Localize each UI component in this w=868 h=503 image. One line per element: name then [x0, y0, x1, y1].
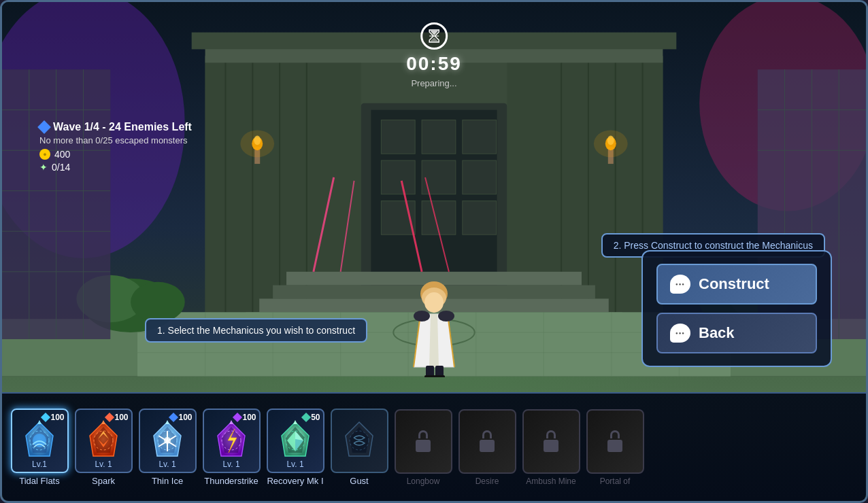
cost-diamond-tidal	[41, 413, 50, 422]
cost-value-spark: 100	[114, 413, 128, 422]
svg-point-55	[594, 130, 628, 157]
svg-point-80	[424, 292, 444, 313]
mechanic-label-spark: Spark	[92, 476, 115, 486]
lock-icon-ambush-mine	[544, 430, 558, 452]
mechanic-slot-thunderstrike[interactable]: 100 Lv. 1	[201, 409, 262, 486]
slot-level-tidal: Lv.1	[32, 459, 47, 469]
svg-rect-9	[381, 160, 415, 194]
slot-frame-spark: 100 Lv. 1	[75, 409, 133, 473]
svg-rect-7	[422, 120, 456, 154]
mechanic-slot-portal-of[interactable]: Portal of	[584, 409, 646, 486]
slot-frame-thunderstrike: 100 Lv. 1	[203, 409, 261, 473]
thunderstrike-icon	[211, 419, 252, 463]
wave-diamond-icon	[37, 120, 51, 134]
mechanic-slot-desire[interactable]: Desire	[456, 409, 518, 486]
step1-tooltip: 1. Select the Mechanicus you wish to con…	[145, 318, 367, 343]
life-icon: ✦	[39, 162, 48, 173]
mechanic-label-portal-of: Portal of	[600, 476, 631, 486]
slot-frame-desire	[458, 409, 516, 474]
svg-marker-106	[165, 420, 169, 424]
mechanic-slot-longbow[interactable]: Longbow	[393, 409, 454, 486]
svg-point-82	[438, 311, 454, 322]
slot-cost-tidal-flats: 100	[42, 413, 64, 422]
wave-title: Wave 1/4 - 24 Enemies Left	[39, 121, 192, 133]
gust-icon	[339, 419, 380, 463]
cost-diamond-recovery	[301, 413, 311, 422]
mechanic-slot-ambush-mine[interactable]: Ambush Mine	[520, 409, 582, 486]
slot-frame-ambush-mine	[522, 409, 580, 474]
timer-display: 00:59	[406, 53, 462, 75]
back-label: Back	[699, 324, 735, 342]
svg-rect-86	[434, 375, 445, 377]
recovery-icon	[275, 419, 316, 463]
escape-info: No more than 0/25 escaped monsters	[39, 135, 192, 145]
slot-level-recovery: Lv. 1	[286, 459, 303, 469]
cost-diamond-spark	[105, 413, 114, 422]
construct-bubble-icon	[670, 275, 690, 294]
slot-frame-portal-of	[586, 409, 644, 474]
character	[407, 279, 461, 377]
wave-info-panel: Wave 1/4 - 24 Enemies Left No more than …	[39, 121, 192, 173]
slot-frame-recovery: 50	[267, 409, 324, 473]
mechanic-label-thunder: Thunderstrike	[204, 476, 258, 486]
mechanic-label-tidal: Tidal Flats	[19, 476, 59, 486]
timer-icon	[420, 22, 448, 50]
mechanic-slot-tidal-flats[interactable]: 100	[9, 409, 70, 486]
coins-stat: ● 400	[39, 149, 192, 160]
slot-cost-thin-ice: 100	[170, 413, 192, 422]
svg-rect-14	[463, 201, 497, 235]
cost-value-thunder: 100	[242, 413, 256, 422]
svg-rect-6	[381, 120, 415, 154]
wave-text: Wave 1/4 - 24 Enemies Left	[53, 121, 192, 133]
svg-marker-98	[101, 420, 105, 424]
slot-frame-tidal-flats: 100	[11, 409, 69, 473]
cost-diamond-thunder	[233, 413, 242, 422]
mechanic-label-gust: Gust	[350, 476, 368, 486]
back-bubble-icon	[670, 324, 690, 343]
svg-rect-10	[422, 160, 456, 194]
svg-marker-92	[37, 420, 41, 424]
step1-text: 1. Select the Mechanicus you wish to con…	[157, 325, 355, 336]
svg-rect-85	[424, 375, 435, 377]
bottom-bar: 100	[2, 392, 866, 501]
svg-point-81	[414, 311, 430, 322]
lock-icon-longbow	[416, 430, 431, 452]
mechanic-slot-recovery[interactable]: 50	[265, 409, 326, 486]
spark-icon	[83, 419, 124, 463]
svg-rect-11	[463, 160, 497, 194]
hourglass-icon	[427, 29, 441, 44]
slot-level-thunder: Lv. 1	[222, 459, 239, 469]
slot-frame-gust	[331, 409, 388, 473]
thin-ice-icon	[147, 419, 188, 463]
mechanic-label-recovery: Recovery Mk I	[267, 476, 323, 486]
tidal-flats-icon	[19, 419, 60, 463]
svg-marker-111	[229, 420, 233, 424]
svg-point-51	[240, 130, 274, 157]
construct-panel: Construct Back	[641, 250, 832, 367]
slot-cost-thunderstrike: 100	[234, 413, 256, 422]
coin-icon: ●	[39, 149, 50, 160]
coin-value: 400	[54, 149, 70, 160]
slot-cost-spark: 100	[106, 413, 128, 422]
mechanic-label-longbow: Longbow	[407, 476, 440, 486]
svg-marker-118	[293, 420, 297, 424]
cost-diamond-thin-ice	[169, 413, 178, 422]
construct-button[interactable]: Construct	[656, 264, 817, 305]
timer-status: Preparing...	[411, 78, 456, 88]
hud-timer-area: 00:59 Preparing...	[406, 22, 462, 88]
lock-icon-portal-of	[607, 430, 622, 452]
mechanic-label-ambush-mine: Ambush Mine	[526, 476, 575, 486]
step2-text: 2. Press Construct to construct the Mech…	[614, 240, 813, 251]
mechanic-slot-thin-ice[interactable]: 100	[137, 409, 198, 486]
construct-label: Construct	[699, 275, 769, 293]
mechanic-label-thin-ice: Thin Ice	[152, 476, 183, 486]
cost-value-recovery: 50	[311, 413, 320, 422]
lock-icon-desire	[480, 430, 495, 452]
svg-point-104	[164, 437, 171, 444]
mechanic-slot-gust[interactable]: Gust	[329, 409, 390, 486]
cost-value-tidal: 100	[50, 413, 64, 422]
back-button[interactable]: Back	[656, 313, 817, 353]
mechanic-slot-spark[interactable]: 100 Lv. 1	[73, 409, 134, 486]
svg-rect-8	[463, 120, 497, 154]
slot-cost-recovery: 50	[303, 413, 320, 422]
